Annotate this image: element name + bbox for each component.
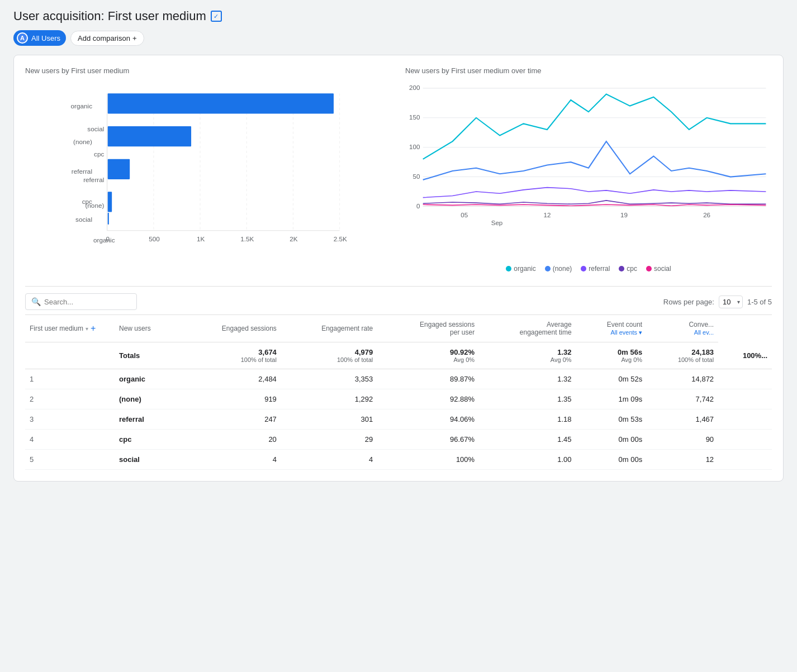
- row-engaged-sessions: 301: [281, 409, 377, 430]
- svg-text:2K: 2K: [290, 235, 298, 242]
- row-esp-user: 1.00: [479, 450, 576, 470]
- totals-engagement-rate: 90.92% Avg 0%: [377, 342, 479, 369]
- svg-text:referral: referral: [83, 176, 104, 183]
- row-new-users: 247: [179, 409, 281, 430]
- legend-dot-referral: [581, 266, 586, 271]
- data-table: First user medium ▾ + New users Engaged …: [25, 315, 772, 470]
- filter-row: A All Users Add comparison +: [13, 30, 784, 46]
- svg-text:organic: organic: [93, 236, 115, 244]
- legend-none: (none): [545, 265, 572, 273]
- row-rank: 4: [25, 430, 115, 450]
- svg-text:(none): (none): [73, 138, 92, 145]
- svg-text:50: 50: [413, 173, 420, 180]
- legend-social: social: [646, 265, 671, 273]
- title-export-icon[interactable]: ✓: [211, 11, 222, 22]
- row-conversions: [718, 389, 772, 409]
- row-engagement-rate: 94.06%: [377, 409, 479, 430]
- row-engagement-rate: 96.67%: [377, 430, 479, 450]
- line-chart-svg: 200 150 100 50 0: [405, 82, 772, 260]
- svg-text:2.5K: 2.5K: [334, 235, 347, 242]
- row-medium: referral: [115, 409, 179, 430]
- row-esp-user: 1.32: [479, 369, 576, 389]
- row-engaged-sessions: 29: [281, 430, 377, 450]
- svg-text:19: 19: [620, 211, 628, 218]
- col-header-conversions: Conve... All ev...: [647, 315, 718, 342]
- svg-text:0: 0: [416, 202, 420, 209]
- legend-label-referral: referral: [589, 265, 610, 273]
- rows-per-page-label: Rows per page:: [663, 298, 714, 306]
- totals-label-text: Totals: [119, 351, 140, 360]
- legend-label-social: social: [654, 265, 671, 273]
- table-row: 1 organic 2,484 3,353 89.87% 1.32 0m 52s…: [25, 369, 772, 389]
- row-avg-time: 0m 00s: [576, 430, 647, 450]
- svg-text:referral: referral: [72, 168, 92, 175]
- svg-text:cpc: cpc: [94, 150, 104, 158]
- row-conversions: [718, 369, 772, 389]
- svg-text:cpc: cpc: [82, 198, 92, 205]
- svg-text:500: 500: [149, 235, 160, 242]
- legend-label-cpc: cpc: [627, 265, 637, 273]
- line-chart-title: New users by First user medium over time: [405, 66, 772, 75]
- totals-event-count: 24,183 100% of total: [647, 342, 718, 369]
- totals-new-users: 3,674 100% of total: [179, 342, 281, 369]
- svg-text:social: social: [87, 125, 104, 132]
- pagination-info: 1-5 of 5: [747, 298, 772, 306]
- search-box[interactable]: 🔍: [25, 293, 137, 310]
- svg-text:1.5K: 1.5K: [240, 235, 254, 242]
- table-toolbar: 🔍 Rows per page: 10 25 50 1-5 of 5: [25, 287, 772, 315]
- row-event-count: 12: [647, 450, 718, 470]
- row-medium: cpc: [115, 430, 179, 450]
- row-conversions: [718, 409, 772, 430]
- svg-text:organic: organic: [71, 102, 93, 109]
- svg-text:Sep: Sep: [491, 219, 503, 226]
- col-header-esp-user: Engaged sessionsper user: [377, 315, 479, 342]
- line-chart-container: 200 150 100 50 0: [405, 82, 772, 260]
- search-input[interactable]: [44, 298, 131, 306]
- all-users-filter[interactable]: A All Users: [13, 30, 66, 46]
- avatar: A: [17, 32, 28, 44]
- col-header-avg-time: Averageengagement time: [479, 315, 576, 342]
- row-new-users: 4: [179, 450, 281, 470]
- add-icon: +: [132, 34, 137, 42]
- col-add-button[interactable]: +: [91, 323, 96, 333]
- row-engagement-rate: 100%: [377, 450, 479, 470]
- svg-rect-17: [108, 93, 334, 113]
- row-conversions: [718, 450, 772, 470]
- legend-dot-none: [545, 266, 551, 271]
- row-event-count: 14,872: [647, 369, 718, 389]
- legend-organic: organic: [506, 265, 535, 273]
- row-event-count: 90: [647, 430, 718, 450]
- table-row: 4 cpc 20 29 96.67% 1.45 0m 00s 90: [25, 430, 772, 450]
- table-row: 3 referral 247 301 94.06% 1.18 0m 53s 1,…: [25, 409, 772, 430]
- row-engagement-rate: 89.87%: [377, 369, 479, 389]
- bar-chart-title: New users by First user medium: [25, 66, 392, 75]
- bar-chart-section: New users by First user medium organi: [25, 66, 392, 273]
- col-conversions-sub[interactable]: All ev...: [694, 329, 714, 336]
- rows-per-page-select-wrapper[interactable]: 10 25 50: [719, 296, 743, 308]
- row-esp-user: 1.18: [479, 409, 576, 430]
- totals-esp-user: 1.32 Avg 0%: [479, 342, 576, 369]
- row-new-users: 2,484: [179, 369, 281, 389]
- rows-per-page-select[interactable]: 10 25 50: [719, 296, 743, 308]
- bar-chart-container: organic (none) referral cpc social organ…: [25, 82, 392, 260]
- row-new-users: 919: [179, 389, 281, 409]
- svg-text:100: 100: [409, 143, 420, 150]
- col-medium-dropdown[interactable]: ▾: [86, 326, 88, 332]
- add-comparison-label: Add comparison: [78, 34, 130, 42]
- table-row: 2 (none) 919 1,292 92.88% 1.35 1m 09s 7,…: [25, 389, 772, 409]
- legend-cpc: cpc: [619, 265, 637, 273]
- svg-text:0: 0: [106, 235, 110, 242]
- col-event-count-sub[interactable]: All events ▾: [610, 329, 642, 336]
- totals-avg-time: 0m 56s Avg 0%: [576, 342, 647, 369]
- svg-text:1K: 1K: [197, 235, 205, 242]
- bar-chart-svg: organic (none) referral cpc social organ…: [25, 82, 392, 260]
- legend-referral: referral: [581, 265, 610, 273]
- row-engagement-rate: 92.88%: [377, 389, 479, 409]
- all-users-label: All Users: [31, 34, 60, 42]
- add-comparison-button[interactable]: Add comparison +: [70, 31, 144, 46]
- chart-legend: organic (none) referral cpc: [405, 265, 772, 273]
- legend-dot-social: [646, 266, 652, 271]
- line-chart-section: New users by First user medium over time…: [405, 66, 772, 273]
- page-title: User acquisition: First user medium: [13, 9, 206, 23]
- svg-rect-18: [108, 126, 191, 146]
